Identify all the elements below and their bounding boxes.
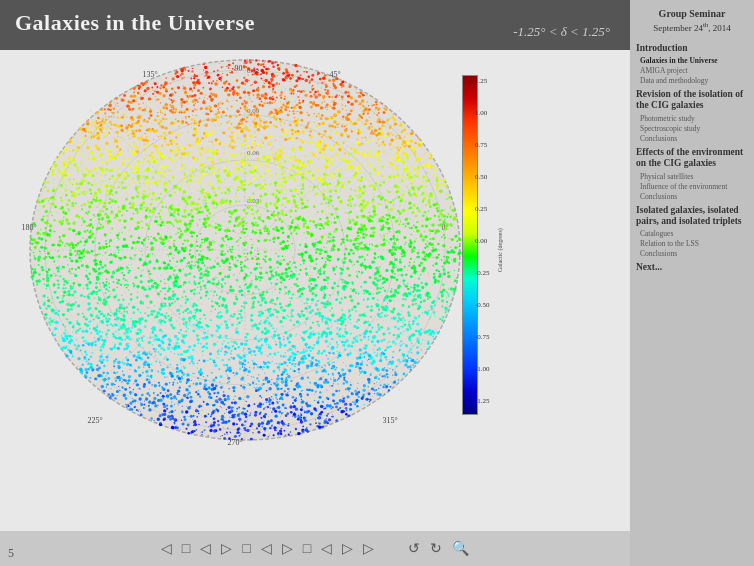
sidebar-section-major[interactable]: Next... — [636, 262, 748, 273]
nav-undo-button[interactable]: ↺ — [405, 540, 423, 558]
tick-0.00: 0.00 — [475, 237, 487, 245]
nav-b5[interactable]: ▷ — [339, 540, 356, 558]
nav-b1[interactable]: ◁ — [258, 540, 275, 558]
sidebar-item[interactable]: Photometric study — [640, 114, 748, 123]
tick-minus-1.00: -1.00 — [475, 365, 490, 373]
sidebar-item[interactable]: Conclusions — [640, 249, 748, 258]
sidebar-item[interactable]: Conclusions — [640, 134, 748, 143]
tick-0.25: 0.25 — [475, 205, 487, 213]
sidebar: Group Seminar September 24th, 2014 Intro… — [630, 0, 754, 566]
sidebar-item[interactable]: Relation to the LSS — [640, 239, 748, 248]
tick-minus-0.25: -0.25 — [475, 269, 490, 277]
colorbar-axis-label: Galactic (degrees) — [497, 125, 503, 375]
sidebar-date: September 24th, 2014 — [636, 21, 748, 35]
sidebar-group-seminar: Group Seminar — [636, 8, 748, 19]
sidebar-item[interactable]: Spectroscopic study — [640, 124, 748, 133]
nav-next-button[interactable]: ▷ — [218, 540, 235, 558]
sidebar-item[interactable]: Conclusions — [640, 192, 748, 201]
tick-minus-0.50: -0.50 — [475, 301, 490, 309]
sidebar-item[interactable]: Influence of the environment — [640, 182, 748, 191]
nav-b2[interactable]: ▷ — [279, 540, 296, 558]
nav-first-button[interactable]: ◁ — [158, 540, 175, 558]
slide-subtitle: -1.25° < δ < 1.25° — [513, 24, 610, 40]
slide-title: Galaxies in the Universe — [15, 10, 255, 36]
sidebar-item[interactable]: Data and methodology — [640, 76, 748, 85]
nav-prev-section-button[interactable]: □ — [179, 540, 193, 558]
title-bar: Galaxies in the Universe -1.25° < δ < 1.… — [0, 0, 630, 50]
nav-prev-button[interactable]: ◁ — [197, 540, 214, 558]
sidebar-section-major[interactable]: Introduction — [636, 43, 748, 54]
galaxy-canvas — [15, 55, 485, 455]
page-number: 5 — [8, 546, 14, 561]
tick-minus-1.25: -1.25 — [475, 397, 490, 405]
nav-b3[interactable]: □ — [300, 540, 314, 558]
sidebar-section-major[interactable]: Effects of the environment on the CIG ga… — [636, 147, 748, 170]
colorbar-container: Galactic (degrees) 1.25 1.00 0.75 0.50 0… — [455, 75, 485, 435]
nav-b4[interactable]: ◁ — [318, 540, 335, 558]
tick-minus-0.75: -0.75 — [475, 333, 490, 341]
colorbar-gradient — [462, 75, 478, 415]
tick-0.75: 0.75 — [475, 141, 487, 149]
nav-search-button[interactable]: 🔍 — [449, 540, 472, 558]
slide-area: Galaxies in the Universe -1.25° < δ < 1.… — [0, 0, 630, 566]
tick-0.50: 0.50 — [475, 173, 487, 181]
sidebar-section-major[interactable]: Isolated galaxies, isolated pairs, and i… — [636, 205, 748, 228]
sidebar-item[interactable]: Catalogues — [640, 229, 748, 238]
tick-1.25: 1.25 — [475, 77, 487, 85]
tick-1.00: 1.00 — [475, 109, 487, 117]
nav-redo-button[interactable]: ↻ — [427, 540, 445, 558]
sidebar-navigation: IntroductionGalaxies in the UniverseAMIG… — [636, 43, 748, 274]
nav-last-button[interactable]: ▷ — [360, 540, 377, 558]
sidebar-item[interactable]: AMIGA project — [640, 66, 748, 75]
nav-next-section-button[interactable]: □ — [239, 540, 253, 558]
sidebar-item[interactable]: Physical satellites — [640, 172, 748, 181]
sidebar-section-major[interactable]: Revision of the isolation of the CIG gal… — [636, 89, 748, 112]
chart-container: 90° 135° 45° 180° 0° 225° 315° 270° 0.03… — [15, 55, 495, 475]
sidebar-item[interactable]: Galaxies in the Universe — [640, 56, 748, 65]
toolbar: ◁ □ ◁ ▷ □ ◁ ▷ □ ◁ ▷ ▷ ↺ ↻ 🔍 — [0, 531, 630, 566]
